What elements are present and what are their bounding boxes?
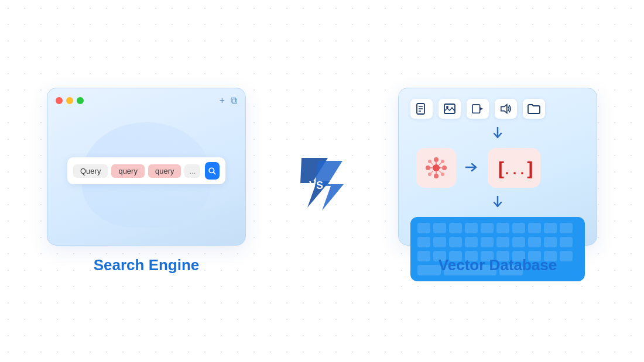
key xyxy=(449,237,462,247)
key xyxy=(496,223,509,233)
main-content: + ⧉ Query query query ... xyxy=(0,0,644,362)
svg-text:...: ... xyxy=(503,163,526,177)
vector-database-section: [ ... ] xyxy=(351,88,644,274)
image-icon-box xyxy=(439,99,461,119)
audio-icon-box xyxy=(495,99,517,119)
folder-icon-box xyxy=(523,99,545,119)
media-icons-row xyxy=(410,99,585,119)
keyboard-row-1 xyxy=(417,223,578,233)
search-engine-section: + ⧉ Query query query ... xyxy=(0,88,293,274)
plus-icon: + xyxy=(220,95,225,106)
neural-network-box xyxy=(416,148,456,188)
key xyxy=(433,237,446,247)
keyboard-row-2 xyxy=(417,237,578,247)
arrow-right xyxy=(465,160,478,175)
search-tag-ellipsis: ... xyxy=(184,164,200,178)
key xyxy=(544,223,557,233)
key xyxy=(512,223,525,233)
key xyxy=(481,223,494,233)
browser-window: + ⧉ Query query query ... xyxy=(47,88,246,246)
key xyxy=(560,223,573,233)
svg-marker-13 xyxy=(501,105,507,113)
key xyxy=(512,237,525,247)
key xyxy=(544,237,557,247)
arrow-down-2 xyxy=(410,196,585,209)
key xyxy=(417,223,430,233)
svg-point-16 xyxy=(434,157,439,162)
svg-line-1 xyxy=(214,172,215,174)
vector-bracket-box: [ ... ] xyxy=(488,148,540,188)
search-button[interactable] xyxy=(205,162,220,180)
svg-line-30 xyxy=(431,171,433,173)
dot-green xyxy=(77,97,84,104)
key xyxy=(465,237,478,247)
search-bar: Query query query ... xyxy=(67,157,225,184)
key xyxy=(560,237,573,247)
svg-point-19 xyxy=(442,166,447,170)
key xyxy=(449,223,462,233)
browser-controls: + ⧉ xyxy=(220,95,237,106)
browser-titlebar: + ⧉ xyxy=(47,88,245,111)
key xyxy=(481,237,494,247)
video-icon-box xyxy=(467,99,489,119)
arrow-down-1 xyxy=(410,127,585,140)
search-tag-query2: query xyxy=(111,164,145,178)
key xyxy=(417,251,430,261)
key xyxy=(528,237,541,247)
vs-badge: VS xyxy=(293,149,351,213)
vector-window: [ ... ] xyxy=(398,88,597,246)
key xyxy=(417,237,430,247)
document-icon-box xyxy=(410,99,433,119)
svg-text:]: ] xyxy=(525,158,536,180)
key xyxy=(560,251,573,261)
dot-red xyxy=(56,97,63,104)
svg-rect-11 xyxy=(472,105,480,113)
svg-point-18 xyxy=(426,166,430,170)
search-tag-query1: Query xyxy=(73,164,108,178)
key xyxy=(528,223,541,233)
key xyxy=(433,223,446,233)
middle-row: [ ... ] xyxy=(410,148,585,188)
svg-point-15 xyxy=(433,164,440,171)
vs-lightning: VS xyxy=(296,149,348,213)
browser-dots xyxy=(56,97,84,104)
svg-text:VS: VS xyxy=(309,180,323,191)
svg-line-28 xyxy=(431,163,433,165)
svg-marker-12 xyxy=(480,107,483,110)
key-wide-left xyxy=(417,265,441,275)
svg-point-17 xyxy=(434,174,439,178)
search-engine-label: Search Engine xyxy=(94,256,200,274)
key xyxy=(496,237,509,247)
svg-line-31 xyxy=(439,171,441,173)
vector-database-label: Vector Database xyxy=(439,256,557,274)
duplicate-icon: ⧉ xyxy=(231,95,237,106)
search-tag-query3: query xyxy=(148,164,181,178)
key xyxy=(465,223,478,233)
dot-yellow xyxy=(66,97,73,104)
svg-line-29 xyxy=(439,163,441,165)
